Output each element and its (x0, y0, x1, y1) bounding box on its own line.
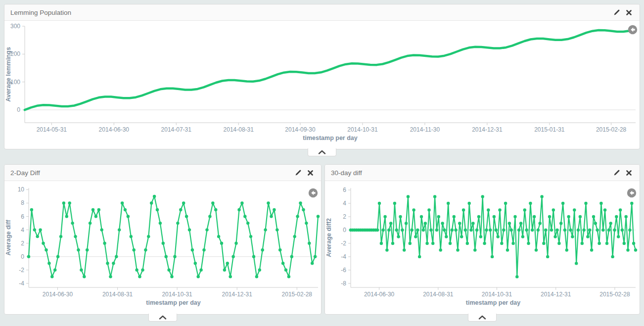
pencil-icon (613, 169, 620, 176)
svg-text:10: 10 (18, 186, 25, 193)
svg-text:200: 200 (10, 50, 20, 57)
svg-text:timestamp per day: timestamp per day (466, 299, 521, 306)
svg-text:Average diff: Average diff (5, 220, 12, 256)
chart-area: 01002003002014-05-312014-06-302014-07-31… (4, 21, 640, 149)
svg-text:2014-08-31: 2014-08-31 (423, 291, 454, 298)
svg-text:2: 2 (343, 213, 346, 220)
edit-panel-button[interactable] (612, 7, 622, 17)
pencil-icon (295, 169, 302, 176)
close-panel-button[interactable] (305, 168, 315, 178)
svg-text:4: 4 (21, 227, 24, 233)
svg-text:2014-10-31: 2014-10-31 (162, 291, 192, 298)
svg-text:2015-01-31: 2015-01-31 (534, 126, 565, 133)
svg-text:0: 0 (17, 106, 20, 113)
close-panel-button[interactable] (624, 168, 634, 178)
edit-panel-button[interactable] (612, 168, 622, 178)
svg-text:2014-06-30: 2014-06-30 (364, 291, 395, 298)
collapse-panel-tab[interactable] (308, 148, 336, 156)
close-icon (626, 10, 632, 15)
panel-header: 30-day diff (325, 165, 640, 181)
panel-title: Lemming Population (10, 9, 612, 16)
back-circle-arrow-icon (627, 188, 637, 198)
close-icon (308, 170, 313, 176)
svg-text:-6: -6 (341, 267, 346, 274)
two-day-diff-chart[interactable]: -4-202468102014-06-302014-08-312014-10-3… (4, 181, 321, 314)
svg-text:6: 6 (21, 213, 24, 220)
svg-text:2014-08-31: 2014-08-31 (102, 291, 133, 298)
svg-text:2015-02-28: 2015-02-28 (596, 126, 627, 133)
back-button[interactable] (628, 25, 638, 35)
thirty-day-diff-chart[interactable]: -8-6-4-202462014-06-302014-08-312014-10-… (325, 181, 640, 314)
svg-text:2014-12-31: 2014-12-31 (472, 126, 503, 133)
svg-text:100: 100 (10, 79, 20, 86)
svg-text:2: 2 (21, 240, 24, 247)
svg-text:2014-12-31: 2014-12-31 (541, 291, 571, 298)
svg-text:2014-11-30: 2014-11-30 (410, 126, 440, 133)
chart-area: -4-202468102014-06-302014-08-312014-10-3… (4, 181, 321, 314)
svg-text:timestamp per day: timestamp per day (303, 135, 358, 141)
edit-panel-button[interactable] (293, 168, 303, 178)
panel-title: 30-day diff (331, 169, 612, 177)
panel-30-day-diff: 30-day diff -8-6-4-202462014-06-302014-0… (324, 164, 640, 315)
svg-text:2014-07-31: 2014-07-31 (161, 126, 192, 133)
svg-text:-2: -2 (19, 267, 24, 274)
svg-text:2014-06-30: 2014-06-30 (43, 291, 73, 298)
svg-text:timestamp per day: timestamp per day (146, 299, 201, 306)
panel-header: Lemming Population (4, 4, 640, 21)
svg-text:-8: -8 (341, 280, 346, 287)
svg-text:Average diff2: Average diff2 (325, 218, 332, 257)
svg-text:2014-09-30: 2014-09-30 (285, 126, 316, 133)
chart-area: -8-6-4-202462014-06-302014-08-312014-10-… (325, 181, 640, 314)
back-button[interactable] (627, 188, 637, 198)
svg-text:Average lemmings: Average lemmings (5, 47, 12, 102)
svg-text:2015-02-28: 2015-02-28 (282, 291, 313, 298)
panel-lemming-population: Lemming Population 01002003002014-05-312… (4, 4, 640, 149)
chevron-up-icon (478, 315, 486, 320)
back-circle-arrow-icon (308, 188, 318, 198)
collapse-panel-tab[interactable] (148, 314, 177, 322)
chevron-up-icon (159, 315, 167, 320)
panel-header: 2-Day Diff (4, 165, 321, 181)
chevron-up-icon (318, 150, 326, 154)
svg-text:2014-05-31: 2014-05-31 (37, 126, 67, 133)
svg-text:2015-02-28: 2015-02-28 (599, 291, 630, 298)
panel-2-day-diff: 2-Day Diff -4-202468102014-06-302014-08-… (4, 164, 322, 315)
close-icon (626, 170, 632, 176)
panel-title: 2-Day Diff (10, 169, 293, 177)
svg-text:2014-08-31: 2014-08-31 (224, 126, 254, 133)
dashboard: Lemming Population 01002003002014-05-312… (0, 0, 644, 326)
svg-text:2014-06-30: 2014-06-30 (99, 126, 130, 133)
svg-text:-4: -4 (19, 280, 24, 287)
svg-text:6: 6 (343, 186, 346, 193)
svg-text:0: 0 (343, 227, 346, 233)
close-panel-button[interactable] (624, 7, 634, 17)
svg-text:-4: -4 (341, 253, 346, 260)
svg-text:2014-12-31: 2014-12-31 (222, 291, 253, 298)
back-circle-arrow-icon (628, 25, 638, 35)
svg-text:300: 300 (10, 23, 20, 30)
svg-text:2014-10-31: 2014-10-31 (482, 291, 512, 298)
svg-text:8: 8 (21, 199, 24, 206)
svg-text:2014-10-31: 2014-10-31 (347, 126, 378, 133)
lemming-population-chart[interactable]: 01002003002014-05-312014-06-302014-07-31… (4, 21, 640, 149)
svg-text:0: 0 (21, 253, 24, 260)
collapse-panel-tab[interactable] (468, 314, 497, 322)
back-button[interactable] (308, 188, 318, 198)
svg-text:-2: -2 (341, 240, 346, 247)
pencil-icon (613, 9, 620, 16)
svg-text:4: 4 (343, 200, 346, 207)
